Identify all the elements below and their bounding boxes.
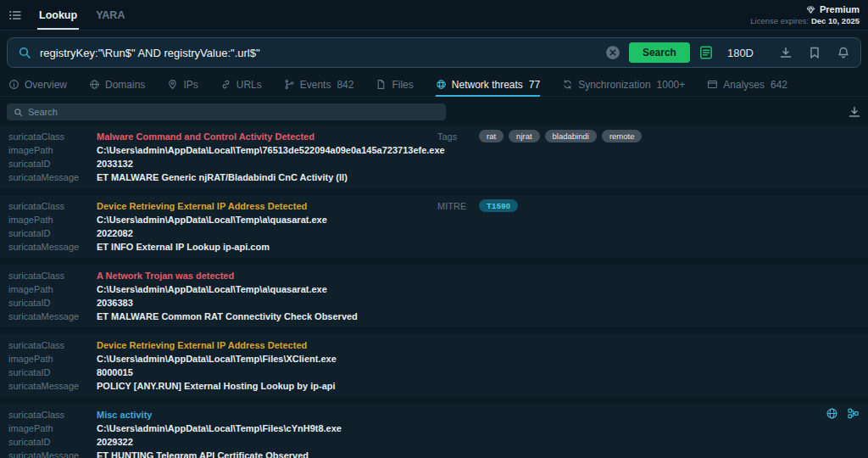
field-value: ET MALWARE Common RAT Connectivity Check… xyxy=(97,310,358,323)
process-graph-icon[interactable] xyxy=(847,407,860,420)
tab-label: IPs xyxy=(183,79,198,91)
menu-list-icon[interactable] xyxy=(8,8,22,22)
result-record: suricataClassMalware Command and Control… xyxy=(0,126,868,188)
tag-pill[interactable]: bladabindi xyxy=(545,130,597,142)
field-value: C:\Users\admin\AppData\Local\Temp\Files\… xyxy=(97,352,337,366)
tab-label: Network threats xyxy=(452,79,523,91)
tab-analyses[interactable]: Analyses642 xyxy=(707,73,787,96)
globe-icon xyxy=(89,79,100,90)
license-date: Dec 10, 2025 xyxy=(811,16,860,25)
tab-yara[interactable]: YARA xyxy=(94,0,126,30)
field-key: suricataMessage xyxy=(8,170,97,184)
results-list: suricataClassMalware Command and Control… xyxy=(0,126,868,458)
result-record: suricataClassDevice Retrieving External … xyxy=(0,195,868,258)
field-value: ET HUNTING Telegram API Certificate Obse… xyxy=(97,449,309,458)
window-icon xyxy=(707,79,718,90)
license-expiry: License expires:Dec 10, 2025 xyxy=(750,16,860,25)
tab-files[interactable]: Files xyxy=(376,73,413,96)
clear-query-icon[interactable] xyxy=(605,45,620,60)
results-search-input[interactable] xyxy=(28,107,439,117)
tag-pill[interactable]: remote xyxy=(602,130,643,142)
license-label: License expires: xyxy=(750,16,809,25)
field-key: suricataID xyxy=(8,157,97,170)
info-icon xyxy=(8,79,19,90)
field-value: C:\Users\admin\AppData\Local\Temp\76513d… xyxy=(97,143,445,157)
field-key: imagePath xyxy=(8,422,97,435)
field-value: Malware Command and Control Activity Det… xyxy=(97,130,314,143)
field-key: suricataClass xyxy=(8,269,97,282)
tab-events[interactable]: Events842 xyxy=(284,73,354,96)
query-bar: registryKey:"\Run$" AND registryValue:".… xyxy=(7,37,861,68)
export-download-icon[interactable] xyxy=(848,105,861,119)
query-input[interactable]: registryKey:"\Run$" AND registryValue:".… xyxy=(40,47,597,59)
period-selector[interactable]: 180D xyxy=(727,47,754,59)
tab-domains[interactable]: Domains xyxy=(89,73,145,96)
results-search-box[interactable] xyxy=(7,103,446,120)
field-value: Device Retrieving External IP Address De… xyxy=(97,338,307,352)
field-key: suricataMessage xyxy=(8,310,97,323)
field-key: suricataClass xyxy=(8,130,97,143)
field-key: suricataClass xyxy=(8,408,97,422)
premium-label: Premium xyxy=(820,4,860,14)
search-button[interactable]: Search xyxy=(629,42,690,63)
filter-row xyxy=(0,97,868,126)
network-globe-icon xyxy=(436,79,447,90)
tab-count: 842 xyxy=(337,79,353,91)
tab-label: Files xyxy=(392,79,413,91)
field-key: imagePath xyxy=(8,352,97,366)
field-key: imagePath xyxy=(8,282,97,296)
record-actions xyxy=(826,407,860,420)
side-label: MITRE xyxy=(437,201,479,211)
field-key: suricataID xyxy=(8,366,97,379)
field-key: suricataClass xyxy=(8,338,97,352)
field-value: 2036383 xyxy=(97,296,133,310)
tag-pill[interactable]: rat xyxy=(479,130,504,142)
field-value: Misc activity xyxy=(97,408,152,422)
tab-network-threats[interactable]: Network threats77 xyxy=(436,73,540,96)
mitre-technique-pill[interactable]: T1590 xyxy=(479,199,518,212)
tab-lookup[interactable]: Lookup xyxy=(37,0,79,30)
field-value: 8000015 xyxy=(97,366,133,379)
sync-icon xyxy=(562,79,573,90)
field-value: A Network Trojan was detected xyxy=(97,269,234,282)
tab-label: Synchronization xyxy=(578,79,650,91)
tab-label: Domains xyxy=(105,79,145,91)
result-record: suricataClassA Network Trojan was detect… xyxy=(0,265,868,327)
field-key: imagePath xyxy=(8,143,97,157)
field-key: suricataMessage xyxy=(8,449,97,458)
branch-icon xyxy=(284,79,295,90)
tab-ips[interactable]: IPs xyxy=(167,73,198,96)
section-nav: OverviewDomainsIPsURLsEvents842FilesNetw… xyxy=(0,73,868,97)
field-value: 2029322 xyxy=(97,435,133,449)
field-key: suricataClass xyxy=(8,199,97,213)
field-value: 2022082 xyxy=(97,226,133,240)
tab-overview[interactable]: Overview xyxy=(8,73,67,96)
result-record: suricataClassMisc activityimagePathC:\Us… xyxy=(0,404,868,458)
field-value: Device Retrieving External IP Address De… xyxy=(97,199,307,213)
download-icon[interactable] xyxy=(779,46,793,59)
tab-label: Overview xyxy=(25,79,67,91)
search-icon xyxy=(18,46,31,59)
field-value: POLICY [ANY.RUN] External Hosting Lookup… xyxy=(97,379,336,393)
tab-synchronization[interactable]: Synchronization1000+ xyxy=(562,73,685,96)
globe-icon[interactable] xyxy=(826,407,838,420)
tag-pill[interactable]: njrat xyxy=(509,130,539,142)
result-record: suricataClassDevice Retrieving External … xyxy=(0,334,868,397)
search-strip: registryKey:"\Run$" AND registryValue:".… xyxy=(0,31,868,73)
tab-label: URLs xyxy=(236,79,262,91)
field-key: suricataID xyxy=(8,435,97,449)
field-value: C:\Users\admin\AppData\Local\Temp\a\quas… xyxy=(97,282,327,296)
file-icon xyxy=(376,79,387,90)
premium-badge: Premium xyxy=(806,4,860,14)
tab-count: 1000+ xyxy=(657,79,686,91)
tab-count: 642 xyxy=(771,79,787,91)
tab-label: Events xyxy=(300,79,331,91)
bookmark-icon[interactable] xyxy=(808,46,821,59)
field-value: C:\Users\admin\AppData\Local\Temp\a\quas… xyxy=(97,213,327,226)
bell-icon[interactable] xyxy=(837,46,850,59)
field-value: ET INFO External IP Lookup ip-api.com xyxy=(97,240,270,254)
premium-gem-icon xyxy=(806,5,815,14)
side-label: Tags xyxy=(437,131,479,142)
tab-urls[interactable]: URLs xyxy=(220,73,262,96)
query-history-icon[interactable] xyxy=(698,45,714,60)
